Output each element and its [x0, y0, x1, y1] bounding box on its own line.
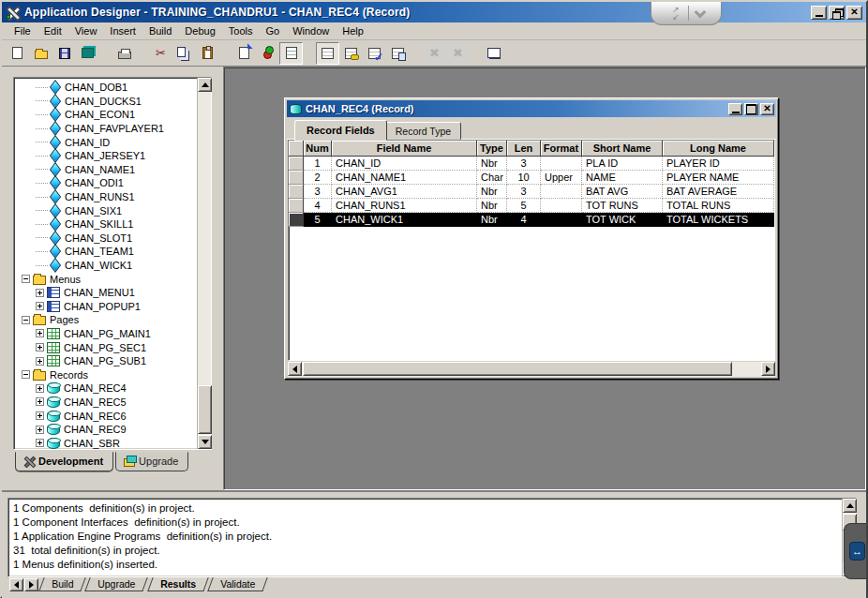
cell-field-name[interactable]: CHAN_ID: [332, 157, 477, 171]
menu-item-file[interactable]: File: [7, 23, 37, 38]
cell-num[interactable]: 3: [304, 185, 332, 199]
tree-item-chan_favplayer1[interactable]: CHAN_FAVPLAYER1: [14, 122, 197, 136]
cell-format[interactable]: [541, 185, 582, 199]
cell-format[interactable]: [541, 213, 582, 227]
cell-long-name[interactable]: PLAYER NAME: [663, 171, 774, 185]
cell-long-name[interactable]: TOTAL WICKETS: [663, 213, 774, 227]
tree-item-chan_rec5[interactable]: CHAN_REC5: [14, 396, 197, 410]
collapse-icon[interactable]: [22, 275, 30, 283]
cell-long-name[interactable]: BAT AVERAGE: [663, 185, 774, 199]
tab-record-type[interactable]: Record Type: [385, 122, 461, 140]
row-selector[interactable]: [289, 213, 304, 227]
remote-viewer-toolbar-tab[interactable]: ↗↙: [651, 2, 722, 25]
tree-scrollbar[interactable]: [197, 78, 211, 449]
tree-item-chan_six1[interactable]: CHAN_SIX1: [14, 203, 197, 217]
tab-scroll-left-icon[interactable]: [9, 578, 23, 591]
record-type-view-button[interactable]: [386, 42, 410, 65]
tree-item-chan_skill1[interactable]: CHAN_SKILL1: [14, 217, 197, 232]
cell-short-name[interactable]: TOT WICK: [582, 213, 663, 227]
output-tab-validate[interactable]: Validate: [207, 577, 268, 591]
expand-icon[interactable]: [36, 329, 44, 337]
tree-item-chan_odi1[interactable]: CHAN_ODI1: [14, 176, 197, 190]
expand-icon[interactable]: [36, 302, 44, 310]
tree-item-chan_pg_sec1[interactable]: CHAN_PG_SEC1: [14, 340, 197, 354]
scroll-down-icon[interactable]: [198, 435, 212, 449]
cell-format[interactable]: [541, 199, 582, 213]
tree-item-chan_sbr[interactable]: CHAN_SBR: [14, 436, 197, 449]
tree-item-menus[interactable]: Menus: [14, 272, 197, 286]
cell-long-name[interactable]: PLAYER ID: [663, 157, 774, 171]
properties-button[interactable]: [232, 42, 256, 65]
project-workspace-button[interactable]: [279, 42, 303, 65]
expand-icon[interactable]: [36, 439, 44, 447]
output-tab-upgrade[interactable]: Upgrade: [85, 577, 149, 591]
cell-format[interactable]: [541, 157, 582, 171]
cell-len[interactable]: 3: [507, 157, 541, 171]
menu-item-insert[interactable]: Insert: [103, 23, 142, 38]
workspace-tab-upgrade[interactable]: Upgrade: [115, 452, 188, 471]
tree-item-chan_pg_main1[interactable]: CHAN_PG_MAIN1: [14, 327, 197, 341]
tree-item-chan_name1[interactable]: CHAN_NAME1: [14, 163, 197, 177]
menu-item-help[interactable]: Help: [336, 23, 370, 38]
cell-short-name[interactable]: NAME: [582, 171, 663, 185]
copy-button[interactable]: [172, 42, 196, 65]
cell-short-name[interactable]: BAT AVG: [582, 185, 663, 199]
workspace-tab-development[interactable]: Development: [15, 452, 113, 471]
cell-num[interactable]: 4: [304, 199, 332, 213]
cell-type[interactable]: Nbr: [477, 185, 507, 199]
record-close-button[interactable]: [760, 103, 774, 115]
tab-scroll-right-icon[interactable]: [24, 578, 38, 591]
expand-icon[interactable]: [36, 343, 44, 351]
cell-num[interactable]: 2: [304, 171, 332, 185]
expand-icon[interactable]: [36, 384, 44, 393]
record-minimize-button[interactable]: [728, 103, 742, 115]
scrollbar-thumb[interactable]: [198, 385, 212, 434]
record-fields-view-button[interactable]: [316, 42, 339, 65]
cell-num[interactable]: 5: [304, 213, 332, 227]
cell-len[interactable]: 3: [507, 185, 541, 199]
output-tab-build[interactable]: Build: [38, 577, 86, 591]
cell-len[interactable]: 4: [507, 213, 541, 227]
paste-button[interactable]: [196, 42, 219, 65]
row-selector[interactable]: [289, 171, 304, 185]
cell-field-name[interactable]: CHAN_AVG1: [332, 185, 477, 199]
cell-long-name[interactable]: TOTAL RUNS: [663, 199, 774, 213]
expand-icon[interactable]: [36, 289, 44, 297]
remote-control-icon[interactable]: ↔: [849, 542, 865, 561]
cell-type[interactable]: Nbr: [477, 157, 507, 171]
scroll-up-icon[interactable]: [198, 78, 212, 92]
cell-field-name[interactable]: CHAN_RUNS1: [332, 199, 477, 213]
menu-item-go[interactable]: Go: [259, 23, 286, 38]
collapse-icon[interactable]: [22, 370, 30, 379]
expand-icon[interactable]: [36, 357, 44, 366]
menu-item-window[interactable]: Window: [286, 23, 336, 38]
expand-arrows-icon[interactable]: ↗↙: [669, 6, 682, 21]
tree-item-chan_popup1[interactable]: CHAN_POPUP1: [14, 300, 197, 314]
save-button[interactable]: [52, 42, 76, 65]
record-maximize-button[interactable]: [744, 103, 758, 115]
record-horizontal-scrollbar[interactable]: [288, 362, 775, 377]
cell-field-name[interactable]: CHAN_NAME1: [332, 171, 477, 185]
menu-item-edit[interactable]: Edit: [37, 23, 68, 38]
scrollbar-thumb[interactable]: [303, 362, 732, 376]
record-keys-view-button[interactable]: [339, 42, 363, 65]
cell-type[interactable]: Nbr: [477, 199, 507, 213]
tree-item-chan_wick1[interactable]: CHAN_WICK1: [14, 259, 197, 273]
scroll-up-icon[interactable]: [843, 499, 857, 513]
tree-item-chan_id[interactable]: CHAN_ID: [14, 135, 197, 149]
chevron-down-icon[interactable]: [695, 6, 707, 18]
tree-item-pages[interactable]: Pages: [14, 313, 197, 327]
cell-short-name[interactable]: TOT RUNS: [582, 199, 663, 213]
cell-len[interactable]: 10: [507, 171, 541, 185]
row-selector[interactable]: [289, 199, 304, 213]
menu-item-build[interactable]: Build: [142, 23, 178, 38]
menu-item-view[interactable]: View: [68, 23, 104, 38]
expand-icon[interactable]: [36, 397, 44, 406]
tree-item-chan_rec9[interactable]: CHAN_REC9: [14, 423, 197, 437]
tree-item-chan_menu1[interactable]: CHAN_MENU1: [14, 286, 197, 300]
tree-item-chan_slot1[interactable]: CHAN_SLOT1: [14, 232, 197, 246]
minimize-button[interactable]: [811, 6, 827, 20]
object-properties-button[interactable]: [256, 42, 279, 65]
cell-field-name[interactable]: CHAN_WICK1: [332, 213, 477, 227]
save-all-button[interactable]: [76, 42, 99, 65]
